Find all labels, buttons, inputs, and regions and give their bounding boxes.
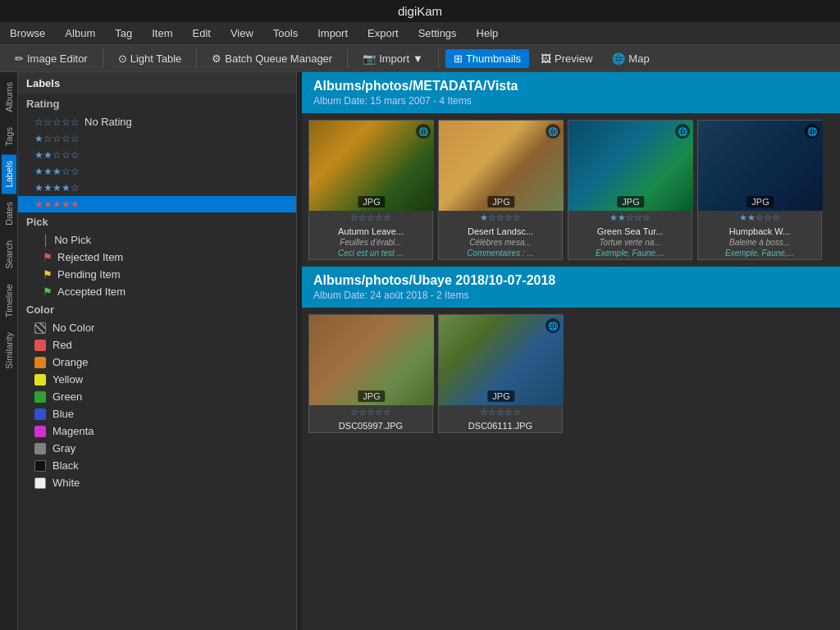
thumb-lake-image: 🌐 JPG <box>439 315 564 405</box>
toolbar-separator-1 <box>103 48 103 68</box>
album-ubaye-header: Albums/photos/Ubaye 2018/10-07-2018 Albu… <box>302 267 840 308</box>
import-button[interactable]: 📷 Import ▼ <box>354 49 431 68</box>
color-orange[interactable]: Orange <box>18 354 296 371</box>
thumb-bear[interactable]: JPG ☆☆☆☆☆ DSC05997.JPG <box>308 314 433 433</box>
album-ubaye-date: Album Date: 24 août 2018 - 2 Items <box>313 290 829 301</box>
color-gray[interactable]: Gray <box>18 440 296 457</box>
sidebar-tab-dates[interactable]: Dates <box>2 195 16 232</box>
thumb-desert-comment: Commentaires : ... <box>439 249 562 259</box>
app-title: digiKam <box>398 4 442 18</box>
rating-4star[interactable]: ★★★★☆ <box>18 180 296 196</box>
color-magenta[interactable]: Magenta <box>18 422 296 440</box>
thumb-lake[interactable]: 🌐 JPG ☆☆☆☆☆ DSC06111.JPG <box>438 314 563 433</box>
color-green[interactable]: Green <box>18 388 296 405</box>
no-color-swatch <box>34 322 46 334</box>
pick-subsection-label: Pick <box>18 212 296 231</box>
thumb-turtle-image: 🌐 JPG <box>568 121 693 211</box>
rating-5star[interactable]: ★★★★★ <box>18 196 296 212</box>
thumb-desert-image: 🌐 JPG <box>439 121 564 211</box>
album-vista: Albums/photos/METADATA/Vista Album Date:… <box>302 72 840 267</box>
batch-queue-button[interactable]: ⚙ Batch Queue Manager <box>203 49 340 68</box>
white-label: White <box>52 477 80 489</box>
toolbar-separator-2 <box>196 48 197 68</box>
thumb-turtle-comment: Exemple, Faune,... <box>568 249 692 259</box>
no-rating-label: No Rating <box>84 116 132 128</box>
menu-item[interactable]: Item <box>148 25 176 41</box>
rating-2star[interactable]: ★★☆☆☆ <box>18 147 296 163</box>
map-button[interactable]: 🌐 Map <box>604 49 657 68</box>
light-table-button[interactable]: ⊙ Light Table <box>110 49 190 68</box>
sidebar-tab-timeline[interactable]: Timeline <box>2 277 16 324</box>
image-editor-button[interactable]: ✏ Image Editor <box>7 49 96 68</box>
color-white[interactable]: White <box>18 474 296 491</box>
thumb-desert-stars: ★☆☆☆☆ <box>439 211 562 225</box>
orange-label: Orange <box>52 356 88 368</box>
no-pick-label: No Pick <box>54 234 91 246</box>
album-ubaye-title: Albums/photos/Ubaye 2018/10-07-2018 <box>313 273 829 288</box>
batch-queue-icon: ⚙ <box>212 52 221 65</box>
sidebar-tabs: Albums Tags Labels Dates Search Timeline… <box>0 72 18 630</box>
import-icon: 📷 <box>363 52 376 65</box>
no-pick-pipe: │ <box>43 234 49 246</box>
sidebar-tab-search[interactable]: Search <box>2 234 16 276</box>
pick-accepted[interactable]: ⚑ Accepted Item <box>18 283 296 300</box>
pick-no-pick[interactable]: │ No Pick <box>18 231 296 249</box>
rating-3star[interactable]: ★★★☆☆ <box>18 163 296 180</box>
pick-pending[interactable]: ⚑ Pending Item <box>18 266 296 283</box>
thumb-turtle-title: Green Sea Tur... <box>568 225 692 238</box>
color-blue[interactable]: Blue <box>18 405 296 422</box>
menu-settings[interactable]: Settings <box>415 25 460 41</box>
sidebar-tab-albums[interactable]: Albums <box>2 75 16 119</box>
thumbnails-icon: ⊞ <box>454 52 463 65</box>
rating-1star[interactable]: ★☆☆☆☆ <box>18 130 296 147</box>
preview-button[interactable]: 🖼 Preview <box>532 49 600 68</box>
magenta-label: Magenta <box>52 425 94 437</box>
light-table-icon: ⊙ <box>118 52 127 65</box>
sidebar-tab-labels[interactable]: Labels <box>2 154 16 194</box>
menu-tag[interactable]: Tag <box>112 25 135 41</box>
thumb-turtle[interactable]: 🌐 JPG ★★☆☆☆ Green Sea Tur... Tortue vert… <box>568 120 692 260</box>
color-yellow[interactable]: Yellow <box>18 371 296 388</box>
menu-bar: Browse Album Tag Item Edit View Tools Im… <box>0 22 840 45</box>
menu-export[interactable]: Export <box>364 25 402 41</box>
red-swatch <box>34 340 46 351</box>
color-red[interactable]: Red <box>18 336 296 354</box>
blue-label: Blue <box>52 408 74 420</box>
sidebar-tab-similarity[interactable]: Similarity <box>2 326 16 376</box>
gray-label: Gray <box>52 442 75 454</box>
rating-no-rating[interactable]: ☆☆☆☆☆ No Rating <box>18 113 296 130</box>
menu-tools[interactable]: Tools <box>270 25 301 41</box>
gray-swatch <box>34 443 46 454</box>
color-no-color[interactable]: No Color <box>18 319 296 336</box>
orange-swatch <box>34 357 46 368</box>
menu-edit[interactable]: Edit <box>189 25 213 41</box>
menu-view[interactable]: View <box>227 25 257 41</box>
thumb-lake-stars: ☆☆☆☆☆ <box>439 405 562 419</box>
black-swatch <box>34 460 46 472</box>
menu-album[interactable]: Album <box>62 25 98 41</box>
import-dropdown-icon: ▼ <box>413 52 423 65</box>
thumb-autumn-leaves[interactable]: 🌐 JPG ☆☆☆☆☆ Autumn Leave... Feuilles d'é… <box>308 120 433 260</box>
green-label: Green <box>52 390 82 403</box>
thumb-whale-globe-icon: 🌐 <box>805 124 819 139</box>
album-vista-date: Album Date: 15 mars 2007 - 4 Items <box>313 95 829 107</box>
thumb-autumn-subtitle: Feuilles d'érabl... <box>309 238 432 249</box>
color-black[interactable]: Black <box>18 457 296 474</box>
sidebar-tab-tags[interactable]: Tags <box>2 121 16 153</box>
thumb-desert-title: Desert Landsc... <box>439 225 562 238</box>
thumb-whale[interactable]: 🌐 JPG ★★☆☆☆ Humpback W... Baleine à boss… <box>697 120 822 260</box>
5star-stars: ★★★★★ <box>34 199 80 210</box>
thumb-turtle-subtitle: Tortue verte na... <box>568 238 692 249</box>
menu-help[interactable]: Help <box>473 25 502 41</box>
pick-rejected[interactable]: ⚑ Rejected Item <box>18 249 296 266</box>
menu-import[interactable]: Import <box>314 25 351 41</box>
album-vista-grid: 🌐 JPG ☆☆☆☆☆ Autumn Leave... Feuilles d'é… <box>302 113 840 267</box>
rating-subsection-label: Rating <box>18 94 296 113</box>
image-editor-icon: ✏ <box>15 52 24 65</box>
right-content: Albums/photos/METADATA/Vista Album Date:… <box>302 72 840 630</box>
thumb-desert[interactable]: 🌐 JPG ★☆☆☆☆ Desert Landsc... Célèbres me… <box>438 120 563 260</box>
thumbnails-button[interactable]: ⊞ Thumbnails <box>445 49 529 68</box>
thumb-whale-comment: Exemple, Faune,... <box>698 249 821 259</box>
menu-browse[interactable]: Browse <box>7 25 48 41</box>
1star-stars: ★☆☆☆☆ <box>34 133 80 144</box>
